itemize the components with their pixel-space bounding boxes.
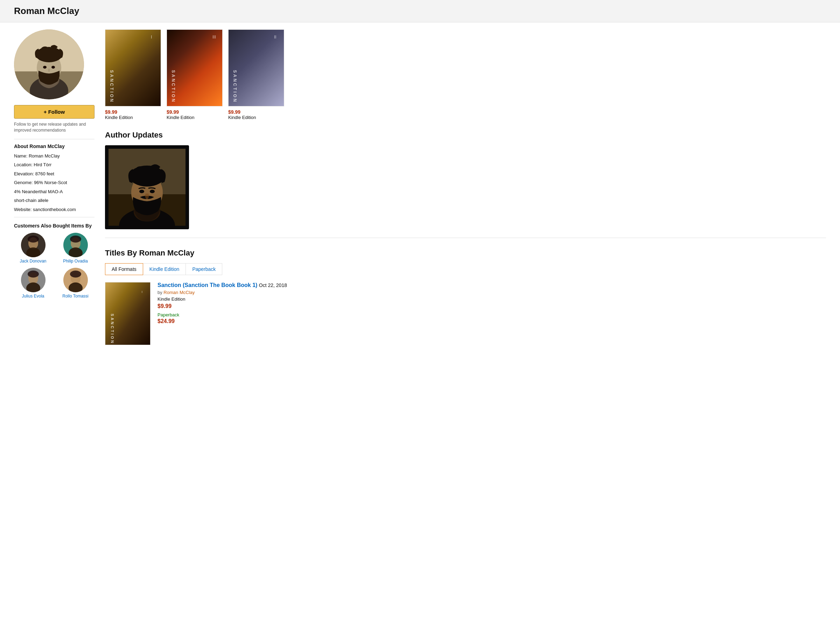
about-item: Elevation: 8760 feet bbox=[14, 171, 95, 177]
svg-text:I: I bbox=[141, 290, 142, 294]
book-format: Kindle Edition bbox=[228, 115, 284, 120]
svg-point-41 bbox=[139, 190, 144, 193]
book-price: $9.99 bbox=[167, 109, 223, 115]
customer-avatar bbox=[21, 268, 46, 292]
follow-button[interactable]: + Follow bbox=[14, 105, 95, 118]
svg-text:I: I bbox=[151, 35, 152, 39]
svg-text:SANCTION: SANCTION bbox=[110, 314, 114, 344]
customer-item[interactable]: Philip Ovadia bbox=[56, 233, 95, 264]
customer-item[interactable]: Jack Donovan bbox=[14, 233, 52, 264]
format-tab-paperback[interactable]: Paperback bbox=[186, 263, 222, 275]
svg-text:II: II bbox=[274, 35, 276, 39]
about-item: Genome: 96% Norse-Scot bbox=[14, 179, 95, 186]
format-tab-all-formats[interactable]: All Formats bbox=[105, 263, 143, 275]
book-listing: SANCTION I Sanction (Sanction The Book B… bbox=[105, 282, 826, 351]
divider-1 bbox=[14, 139, 95, 139]
book-cover: SANCTION II bbox=[228, 29, 284, 106]
about-item: Location: Hird Tòrr bbox=[14, 161, 95, 168]
content-area: SANCTION I $9.99Kindle Edition SANCTION … bbox=[105, 29, 826, 351]
book-listing-title[interactable]: Sanction (Sanction The Book Book 1) Oct … bbox=[158, 282, 826, 288]
about-section: About Roman McClay Name: Roman McClayLoc… bbox=[14, 144, 95, 213]
follow-description: Follow to get new release updates and im… bbox=[14, 122, 95, 133]
about-item: short-chain allele bbox=[14, 197, 95, 204]
book-listing-paperback-price: $24.99 bbox=[158, 318, 826, 324]
customer-name: Philip Ovadia bbox=[63, 259, 88, 264]
customers-grid: Jack Donovan Philip Ovadia Julius Evola … bbox=[14, 233, 95, 298]
format-tab-kindle-edition[interactable]: Kindle Edition bbox=[143, 263, 186, 275]
book-format: Kindle Edition bbox=[105, 115, 161, 120]
book-listing-paperback-label: Paperback bbox=[158, 312, 826, 317]
about-item: Name: Roman McClay bbox=[14, 153, 95, 159]
customer-name: Jack Donovan bbox=[20, 259, 46, 264]
book-price: $9.99 bbox=[105, 109, 161, 115]
svg-text:SANCTION: SANCTION bbox=[232, 70, 237, 103]
customers-section: Customers Also Bought Items By Jack Dono… bbox=[14, 223, 95, 298]
author-updates-title: Author Updates bbox=[105, 131, 826, 140]
book-cover: SANCTION III bbox=[167, 29, 223, 106]
customer-item[interactable]: Rollo Tomassi bbox=[56, 268, 95, 298]
customer-item[interactable]: Julius Evola bbox=[14, 268, 52, 298]
svg-point-7 bbox=[36, 47, 62, 62]
book-listing-format: Kindle Edition bbox=[158, 297, 826, 302]
format-tabs: All FormatsKindle EditionPaperback bbox=[105, 263, 826, 275]
author-updates-section: Author Updates bbox=[105, 131, 826, 229]
page-header: Roman McClay bbox=[0, 0, 840, 22]
svg-point-21 bbox=[28, 270, 39, 278]
book-listing-author: by Roman McClay bbox=[158, 290, 826, 295]
divider-2 bbox=[14, 217, 95, 217]
svg-point-42 bbox=[150, 190, 155, 193]
svg-point-25 bbox=[70, 270, 81, 278]
svg-point-8 bbox=[43, 66, 47, 69]
svg-point-9 bbox=[51, 66, 55, 69]
book-card[interactable]: SANCTION II $9.99Kindle Edition bbox=[228, 29, 284, 120]
svg-text:SANCTION: SANCTION bbox=[109, 70, 114, 103]
svg-text:SANCTION: SANCTION bbox=[171, 70, 176, 103]
book-cover: SANCTION I bbox=[105, 29, 161, 106]
author-update-image bbox=[105, 145, 189, 229]
book-listing-kindle-price: $9.99 bbox=[158, 303, 826, 309]
customer-avatar bbox=[63, 233, 88, 257]
svg-point-17 bbox=[70, 235, 81, 243]
svg-text:III: III bbox=[212, 35, 216, 39]
about-items: Name: Roman McClayLocation: Hird TòrrEle… bbox=[14, 153, 95, 213]
customer-avatar bbox=[63, 268, 88, 292]
author-name-header: Roman McClay bbox=[14, 6, 826, 16]
about-title: About Roman McClay bbox=[14, 144, 95, 149]
book-format: Kindle Edition bbox=[167, 115, 223, 120]
customers-title: Customers Also Bought Items By bbox=[14, 223, 95, 229]
book-listing-info: Sanction (Sanction The Book Book 1) Oct … bbox=[158, 282, 826, 345]
titles-section-title: Titles By Roman McClay bbox=[105, 248, 826, 257]
about-item: 4% Neanderthal MAO-A bbox=[14, 188, 95, 195]
customer-avatar bbox=[21, 233, 46, 257]
author-avatar bbox=[14, 29, 84, 99]
book-card[interactable]: SANCTION I $9.99Kindle Edition bbox=[105, 29, 161, 120]
author-link[interactable]: Roman McClay bbox=[163, 290, 194, 295]
about-item: Website: sanctionthebook.com bbox=[14, 206, 95, 213]
book-price: $9.99 bbox=[228, 109, 284, 115]
svg-point-40 bbox=[129, 166, 164, 186]
customer-name: Julius Evola bbox=[22, 294, 44, 298]
customer-name: Rollo Tomassi bbox=[62, 294, 88, 298]
svg-point-13 bbox=[28, 235, 39, 243]
book-card[interactable]: SANCTION III $9.99Kindle Edition bbox=[167, 29, 223, 120]
sidebar: + Follow Follow to get new release updat… bbox=[14, 29, 95, 351]
book-listing-cover[interactable]: SANCTION I bbox=[105, 282, 150, 345]
titles-section: Titles By Roman McClay All FormatsKindle… bbox=[105, 238, 826, 351]
books-row: SANCTION I $9.99Kindle Edition SANCTION … bbox=[105, 29, 826, 120]
